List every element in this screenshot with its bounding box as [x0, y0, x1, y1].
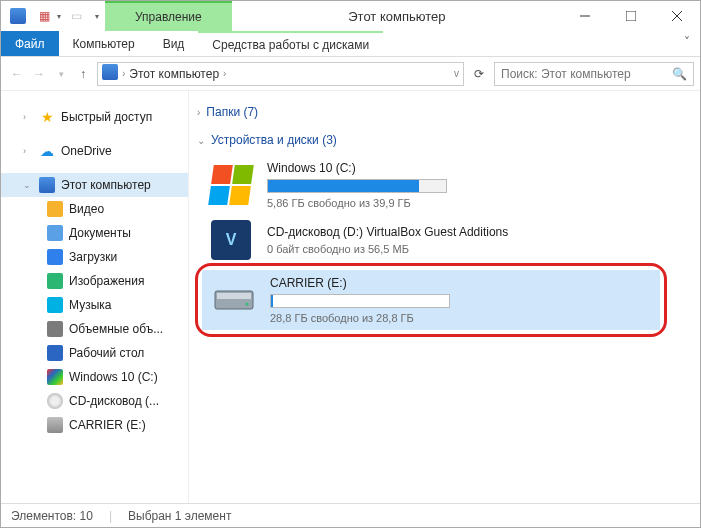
- video-icon: [47, 201, 63, 217]
- cd-icon: [47, 393, 63, 409]
- minimize-button[interactable]: [562, 1, 608, 31]
- cloud-icon: ☁: [39, 143, 55, 159]
- up-button[interactable]: ↑: [73, 64, 93, 84]
- ribbon-tabs: Файл Компьютер Вид Средства работы с дис…: [1, 31, 700, 57]
- chevron-down-icon[interactable]: ⌄: [197, 135, 205, 146]
- nav-tree: › ★ Быстрый доступ › ☁ OneDrive ⌄ Этот к…: [1, 91, 189, 503]
- capacity-bar: [267, 179, 447, 193]
- sidebar-item-label: Windows 10 (C:): [69, 370, 158, 384]
- drive-info: Windows 10 (C:) 5,86 ГБ свободно из 39,9…: [267, 161, 651, 209]
- ribbon-expand-icon[interactable]: ˅: [674, 31, 700, 56]
- status-item-count: Элементов: 10: [11, 509, 93, 523]
- properties-icon[interactable]: ▦: [33, 5, 55, 27]
- maximize-button[interactable]: [608, 1, 654, 31]
- sidebar-item-label: CD-дисковод (...: [69, 394, 159, 408]
- close-button[interactable]: [654, 1, 700, 31]
- drive-name: Windows 10 (C:): [267, 161, 651, 175]
- sidebar-item-label: Видео: [69, 202, 104, 216]
- sidebar-item-desktop[interactable]: Рабочий стол: [1, 341, 188, 365]
- search-box[interactable]: 🔍: [494, 62, 694, 86]
- nav-arrows: ← → ▾ ↑: [7, 64, 93, 84]
- drive-icon: [47, 417, 63, 433]
- drive-name: CD-дисковод (D:) VirtualBox Guest Additi…: [267, 225, 651, 239]
- search-icon[interactable]: 🔍: [672, 67, 687, 81]
- drive-free-text: 28,8 ГБ свободно из 28,8 ГБ: [270, 312, 652, 324]
- explorer-window: ▦▾ ▭ ▾ Управление Этот компьютер Файл Ко…: [0, 0, 701, 528]
- group-label: Папки (7): [206, 105, 258, 119]
- svg-point-6: [246, 303, 249, 306]
- sidebar-item-drive-c[interactable]: Windows 10 (C:): [1, 365, 188, 389]
- status-bar: Элементов: 10 | Выбран 1 элемент: [1, 503, 700, 527]
- documents-icon: [47, 225, 63, 241]
- collapse-icon[interactable]: ⌄: [23, 180, 33, 190]
- tab-file[interactable]: Файл: [1, 31, 59, 56]
- sidebar-item-label: Загрузки: [69, 250, 117, 264]
- star-icon: ★: [39, 109, 55, 125]
- drive-e[interactable]: CARRIER (E:) 28,8 ГБ свободно из 28,8 ГБ: [202, 270, 660, 330]
- sidebar-item-videos[interactable]: Видео: [1, 197, 188, 221]
- sidebar-item-3d-objects[interactable]: Объемные объ...: [1, 317, 188, 341]
- expand-icon[interactable]: ›: [23, 146, 33, 156]
- sidebar-item-onedrive[interactable]: › ☁ OneDrive: [1, 139, 188, 163]
- quick-access-toolbar: ▦▾ ▭ ▾: [1, 1, 105, 31]
- pictures-icon: [47, 273, 63, 289]
- group-folders[interactable]: › Папки (7): [191, 99, 690, 127]
- cd-drive-icon: V: [207, 220, 255, 260]
- drive-d[interactable]: V CD-дисковод (D:) VirtualBox Guest Addi…: [199, 217, 659, 263]
- drive-c[interactable]: Windows 10 (C:) 5,86 ГБ свободно из 39,9…: [199, 155, 659, 215]
- sidebar-item-label: OneDrive: [61, 144, 112, 158]
- sidebar-item-pictures[interactable]: Изображения: [1, 269, 188, 293]
- recent-dropdown-icon[interactable]: ▾: [51, 64, 71, 84]
- forward-button[interactable]: →: [29, 64, 49, 84]
- drive-info: CD-дисковод (D:) VirtualBox Guest Additi…: [267, 225, 651, 255]
- sidebar-item-documents[interactable]: Документы: [1, 221, 188, 245]
- drive-icon: [47, 369, 63, 385]
- group-label: Устройства и диски (3): [211, 133, 337, 147]
- svg-rect-1: [626, 11, 636, 21]
- qat-menu-icon[interactable]: ▾: [95, 12, 99, 21]
- pc-icon: [39, 177, 55, 193]
- breadcrumb-sep-icon[interactable]: ›: [223, 68, 226, 79]
- sidebar-item-drive-e[interactable]: CARRIER (E:): [1, 413, 188, 437]
- drive-list: Windows 10 (C:) 5,86 ГБ свободно из 39,9…: [191, 155, 690, 337]
- sidebar-item-this-pc[interactable]: ⌄ Этот компьютер: [1, 173, 188, 197]
- pc-icon: [102, 64, 118, 83]
- music-icon: [47, 297, 63, 313]
- breadcrumb-sep-icon[interactable]: ›: [122, 68, 125, 79]
- contextual-tab-title: Управление: [105, 1, 232, 31]
- sidebar-item-label: Документы: [69, 226, 131, 240]
- sidebar-item-music[interactable]: Музыка: [1, 293, 188, 317]
- new-folder-icon[interactable]: ▭: [65, 5, 87, 27]
- tab-computer[interactable]: Компьютер: [59, 31, 149, 56]
- group-devices[interactable]: ⌄ Устройства и диски (3): [191, 127, 690, 155]
- sidebar-item-quick-access[interactable]: › ★ Быстрый доступ: [1, 105, 188, 129]
- address-row: ← → ▾ ↑ › Этот компьютер › v ⟳ 🔍: [1, 57, 700, 91]
- back-button[interactable]: ←: [7, 64, 27, 84]
- downloads-icon: [47, 249, 63, 265]
- window-title: Этот компьютер: [232, 1, 562, 31]
- pc-icon: [7, 5, 29, 27]
- objects-icon: [47, 321, 63, 337]
- sidebar-item-drive-d[interactable]: CD-дисковод (...: [1, 389, 188, 413]
- drive-free-text: 5,86 ГБ свободно из 39,9 ГБ: [267, 197, 651, 209]
- search-input[interactable]: [501, 67, 666, 81]
- tab-disk-tools[interactable]: Средства работы с дисками: [198, 31, 383, 56]
- address-bar[interactable]: › Этот компьютер › v: [97, 62, 464, 86]
- tab-view[interactable]: Вид: [149, 31, 199, 56]
- sidebar-item-label: Быстрый доступ: [61, 110, 152, 124]
- highlight-annotation: CARRIER (E:) 28,8 ГБ свободно из 28,8 ГБ: [195, 263, 667, 337]
- svg-rect-5: [217, 293, 251, 299]
- content-pane: › Папки (7) ⌄ Устройства и диски (3) Win…: [189, 91, 700, 503]
- drive-free-text: 0 байт свободно из 56,5 МБ: [267, 243, 651, 255]
- sidebar-item-label: Этот компьютер: [61, 178, 151, 192]
- sidebar-item-label: Музыка: [69, 298, 111, 312]
- sidebar-item-downloads[interactable]: Загрузки: [1, 245, 188, 269]
- address-dropdown-icon[interactable]: v: [454, 68, 459, 79]
- chevron-down-icon[interactable]: ▾: [57, 12, 61, 21]
- body: › ★ Быстрый доступ › ☁ OneDrive ⌄ Этот к…: [1, 91, 700, 503]
- hdd-drive-icon: [210, 280, 258, 320]
- chevron-right-icon[interactable]: ›: [197, 107, 200, 118]
- expand-icon[interactable]: ›: [23, 112, 33, 122]
- breadcrumb[interactable]: Этот компьютер: [129, 67, 219, 81]
- refresh-icon[interactable]: ⟳: [474, 67, 484, 81]
